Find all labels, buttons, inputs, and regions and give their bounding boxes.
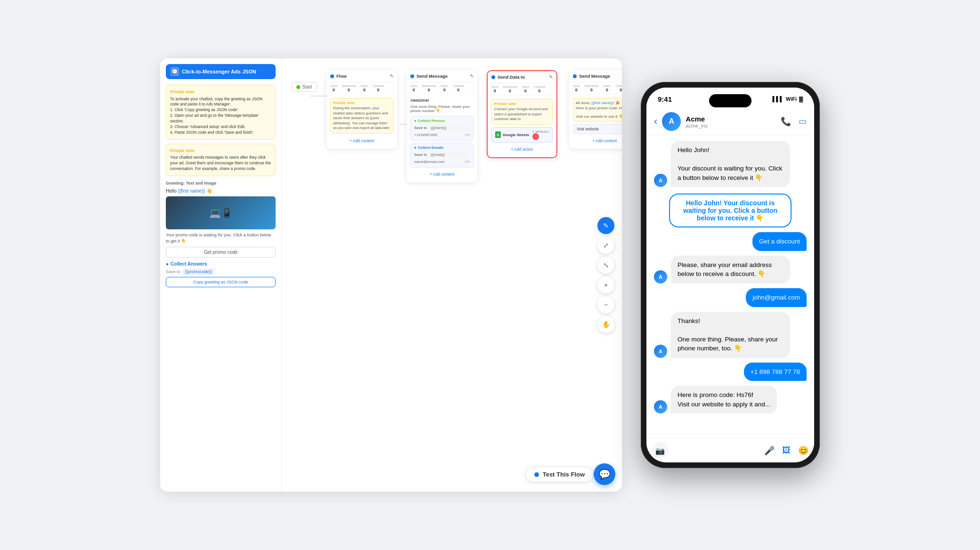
msg-avatar-1: A <box>654 174 667 187</box>
start-text: Start <box>302 84 312 89</box>
send-data-stats: Sent0 Delivered0 Seen0 Clicked0 <box>488 83 556 96</box>
flow-dot <box>330 74 334 78</box>
note-text-1: To activate your chatbot, copy the greet… <box>170 97 271 136</box>
image-icon[interactable]: 🖼 <box>782 445 791 456</box>
greeting-image: 💻📱 <box>166 196 276 229</box>
camera-icon[interactable]: 📷 <box>652 443 668 459</box>
send-data-edit[interactable]: ✎ <box>549 74 553 80</box>
send-msg2-note-text: All done, {{first name}}! 🎉 Here is your… <box>576 101 622 119</box>
email-value: name@email.com <box>414 160 445 164</box>
msg-text-1b: Your discount is waiting for you. Click … <box>678 165 782 181</box>
get-promo-btn[interactable]: Get promo code <box>166 247 276 258</box>
msg-row-1: A Hello John! Your discount is waiting f… <box>654 141 807 187</box>
send-msg1-stats: Sent0 Delivered0 Seen0 Clicked0 <box>407 82 477 95</box>
send-message-1-node[interactable]: Send Message ✎ Sent0 Delivered0 Seen0 Cl… <box>407 70 477 182</box>
messenger-info: Acme acme_inc <box>686 115 776 129</box>
flow-stats: Sent0 Delivered0 Seen0 Clicked0 <box>327 82 397 95</box>
phone-value: +1234567890 <box>414 133 437 137</box>
email-save-label: Save to <box>414 153 427 157</box>
collect-emails-card: ● Collect Emails Save to {{email}} name@… <box>410 143 474 168</box>
note-card-2: Private note Your chatbot sends messages… <box>166 144 276 176</box>
sheets-label: Google Sheets <box>503 133 529 137</box>
note-card-1: Private note To activate your chatbot, c… <box>166 85 276 140</box>
messenger-icon: 💬 <box>171 67 179 76</box>
msg-sent-email: john@gmail.com <box>752 294 800 301</box>
messenger-header: ‹ A Acme acme_inc 📞 ▭ <box>646 108 814 135</box>
greeting-text: Your promo code is waiting for you. Clic… <box>166 232 276 244</box>
toolbar-zoom-out-btn[interactable]: − <box>597 296 614 313</box>
greeting-section: Greeting: Text and Image Hello {{first n… <box>166 181 276 258</box>
toolbar-hand-btn[interactable]: ✋ <box>597 316 614 333</box>
email-field-row: Save to {{email}} <box>414 151 470 159</box>
send-msg2-title-row: Send Message <box>573 73 610 79</box>
google-sheets-badge[interactable]: G Google Sheets 3 attributes ! <box>491 127 553 143</box>
msg-text-3a: Thanks! <box>678 317 700 324</box>
msg-avatar-4: A <box>654 400 667 413</box>
toolbar-edit-btn[interactable]: ✎ <box>597 217 614 234</box>
back-button[interactable]: ‹ <box>654 115 657 128</box>
flow-add-content[interactable]: + Add content <box>330 136 393 146</box>
send-msg1-add[interactable]: + Add content <box>410 170 474 179</box>
chat-fab-button[interactable]: 💬 <box>594 463 615 485</box>
send-data-add[interactable]: + Add action <box>491 145 553 154</box>
discount-button-msg[interactable]: Hello John! Your discount is waiting for… <box>669 194 791 227</box>
msg-sent-phone: +1 898 788 77 78 <box>751 368 800 375</box>
send-data-body: Private note Connect your Google account… <box>488 96 556 157</box>
phone-screen: 9:41 ▌▌▌ WiFi ▓ ‹ A Acme acme_inc 📞 ▭ <box>646 88 814 462</box>
sheets-icon: G <box>495 131 501 138</box>
send-msg1-body: Awesome! One more thing. Please, share y… <box>407 95 477 182</box>
toolbar-zoom-in-btn[interactable]: + <box>597 276 614 293</box>
collect-answers-section: ● Collect Answers Save to {{promocode}} … <box>166 261 276 287</box>
msg-bubble-sent-1: Get a discount <box>752 232 807 251</box>
msg-bubble-4: Here is promo code: Hs76fVisit our websi… <box>671 386 777 413</box>
msg-bubble-1: Hello John! Your discount is waiting for… <box>671 141 790 187</box>
send-msg1-text1: Awesome! <box>410 98 474 103</box>
flow-edit-icon[interactable]: ✎ <box>390 73 393 79</box>
send-msg2-note: All done, {{first name}}! 🎉 Here is your… <box>573 98 622 121</box>
send-data-note-text: Connect your Google account and select a… <box>494 107 550 122</box>
send-msg1-text2: One more thing. Please, share your phone… <box>410 105 474 113</box>
send-msg2-add[interactable]: + Add content <box>573 136 622 146</box>
copy-json-btn[interactable]: Copy greeting as JSON code <box>166 277 276 287</box>
save-to-label: Save to <box>414 126 427 130</box>
send-data-dot <box>491 75 495 79</box>
send-data-node[interactable]: Send Data to ✎ Sent0 Delivered0 Seen0 Cl… <box>487 70 557 158</box>
send-msg2-dot <box>573 74 577 78</box>
flow-node[interactable]: Flow ✎ Sent0 Delivered0 Seen0 Clicked0 P… <box>327 70 397 149</box>
msg-text-1: Hello John! <box>678 146 710 154</box>
start-dot <box>296 85 300 89</box>
msg-text-3b: One more thing. Please, share your phone… <box>678 336 778 352</box>
status-time: 9:41 <box>658 95 672 103</box>
video-call-icon[interactable]: ▭ <box>799 116 807 127</box>
test-flow-button[interactable]: Test This Flow <box>525 467 594 482</box>
discount-btn-label: Hello John! Your discount is waiting for… <box>683 199 777 222</box>
phone-field-row: Save to {{phone}} <box>414 124 470 132</box>
send-msg1-title: Send Message <box>416 73 448 79</box>
msg-avatar-2: A <box>654 270 667 283</box>
phone-value-row: +1234567890 0% <box>414 132 470 138</box>
visit-website-item[interactable]: Visit website 0% <box>573 124 622 134</box>
flow-private-note: Private note During the conversation, yo… <box>330 98 393 134</box>
mic-icon[interactable]: 🎤 <box>764 445 775 456</box>
messenger-handle: acme_inc <box>686 123 776 129</box>
send-data-note-title: Private note <box>494 102 550 106</box>
toolbar-share-btn[interactable]: ⤢ <box>597 237 614 254</box>
status-icons: ▌▌▌ WiFi ▓ <box>772 96 803 102</box>
toolbar-expand-btn[interactable]: ⤡ <box>597 257 614 274</box>
signal-icon: ▌▌▌ <box>772 96 783 102</box>
test-flow-label: Test This Flow <box>543 471 585 478</box>
send-msg2-stats: Sent0 Delivered0 Seen0 Clicked0 <box>569 82 622 95</box>
phone-call-icon[interactable]: 📞 <box>781 116 791 127</box>
collect-emails-title: ● Collect Emails <box>414 146 470 150</box>
msg-row-sent-2: john@gmail.com <box>654 288 807 307</box>
sidebar-header-label: Click-to-Messenger Ads JSON <box>182 69 256 74</box>
send-msg1-edit[interactable]: ✎ <box>470 73 474 79</box>
sticker-icon[interactable]: 😊 <box>798 445 808 456</box>
email-progress: 0% <box>465 160 470 163</box>
phone-frame: 9:41 ▌▌▌ WiFi ▓ ‹ A Acme acme_inc 📞 ▭ <box>641 82 820 468</box>
battery-icon: ▓ <box>799 96 803 102</box>
send-message-2-node[interactable]: Send Message ✎ Sent0 Delivered0 Seen0 Cl… <box>569 70 622 149</box>
collect-phones-card: ● Collect Phones Save to {{phone}} +1234… <box>410 116 474 141</box>
msg-bubble-3: Thanks! One more thing. Please, share yo… <box>671 312 790 358</box>
flow-sidebar: 💬 Click-to-Messenger Ads JSON Private no… <box>160 58 282 492</box>
